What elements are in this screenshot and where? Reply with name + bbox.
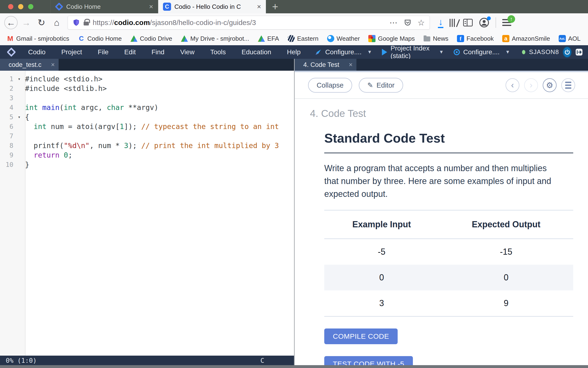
browser-tab-bar: Codio Home × C Codio - Hello Codio in C … [0, 0, 588, 13]
bookmark-item[interactable]: Aol.AOL [559, 35, 581, 42]
menu-education[interactable]: Education [234, 48, 279, 56]
bookmark-item[interactable]: Google Maps [368, 35, 415, 42]
run-target-dropdown[interactable]: Project Index (static) ▼ [382, 45, 444, 60]
code-line[interactable]: 3 [0, 93, 294, 103]
menu-tools[interactable]: Tools [202, 48, 234, 56]
sign-out-icon[interactable] [575, 47, 583, 57]
table-of-contents-button[interactable] [561, 78, 575, 92]
tab-close-icon[interactable]: × [51, 61, 55, 69]
downloads-icon[interactable]: ↓ [438, 17, 443, 28]
language-mode-label: C [260, 357, 264, 364]
weather-icon [327, 35, 334, 42]
guide-toolbar: Collapse ✎Editor ‹ › ⚙ [295, 72, 588, 99]
compile-code-button[interactable]: COMPILE CODE [324, 329, 398, 344]
test-code-button[interactable]: TEST CODE WITH -5 [324, 356, 413, 365]
previous-page-button[interactable]: ‹ [506, 78, 519, 92]
guide-tab-code-test[interactable]: 4. Code Test × [295, 59, 356, 71]
codio-menu-bar: CodioProjectFileEditFindViewToolsEducati… [0, 45, 588, 59]
lock-icon[interactable] [84, 22, 89, 26]
tab-close-icon[interactable]: × [349, 61, 353, 69]
table-header-cell: Expected Output [439, 210, 573, 239]
code-editor[interactable]: 1▾#include <stdio.h>2#include <stdlib.h>… [0, 71, 294, 356]
page-actions-icon[interactable]: ⋯ [389, 18, 398, 27]
code-line[interactable]: 9 return 0; [0, 150, 294, 160]
code-text: #include <stdlib.h> [25, 84, 107, 92]
next-page-button[interactable]: › [524, 78, 538, 92]
code-line[interactable]: 5▾{ [0, 112, 294, 122]
bookmark-item[interactable]: Weather [327, 35, 360, 42]
tracking-protection-shield-icon[interactable] [73, 18, 80, 27]
table-cell: 0 [324, 265, 439, 290]
code-line[interactable]: 10} [0, 160, 294, 169]
account-icon[interactable] [479, 17, 489, 28]
browser-tab-codio-home[interactable]: Codio Home × [50, 0, 158, 13]
bookmark-item[interactable]: MGmail - smjrobotics [7, 35, 69, 42]
menu-edit[interactable]: Edit [116, 48, 143, 56]
code-line[interactable]: 7 [0, 131, 294, 141]
back-button[interactable]: ← [4, 16, 18, 29]
menu-file[interactable]: File [90, 48, 116, 56]
zoom-window-button[interactable] [28, 4, 33, 9]
code-line[interactable]: 4int main(int argc, char **argv) [0, 103, 294, 112]
code-line[interactable]: 8 printf("%d\n", num * 3); // print the … [0, 141, 294, 150]
new-tab-button[interactable]: + [266, 0, 285, 13]
deploy-config-dropdown[interactable]: Configure.... ▼ [315, 48, 372, 56]
tab-close-icon[interactable]: × [257, 3, 261, 11]
menu-view[interactable]: View [172, 48, 202, 56]
menu-codio[interactable]: Codio [20, 48, 53, 56]
url-text[interactable]: https://codio.com/sjason8/hello-codio-in… [93, 18, 256, 27]
collapse-button[interactable]: Collapse [308, 78, 352, 92]
table-cell: -15 [439, 239, 573, 265]
bookmark-item[interactable]: Codio Drive [130, 35, 172, 42]
guide-tab-title: 4. Code Test [303, 61, 339, 69]
settings-gear-icon[interactable]: ⚙ [543, 78, 557, 92]
fold-arrow-icon[interactable]: ▾ [13, 76, 25, 81]
fold-arrow-icon[interactable]: ▾ [13, 114, 25, 120]
url-path: /sjason8/hello-codio-in-c/guides/3 [150, 18, 256, 27]
close-window-button[interactable] [8, 4, 13, 9]
bookmarks-bar-items: MGmail - smjroboticsCCodio HomeCodio Dri… [7, 35, 588, 42]
url-bar[interactable]: https://codio.com/sjason8/hello-codio-in… [68, 16, 430, 29]
menu-help[interactable]: Help [279, 48, 309, 56]
bookmark-star-icon[interactable]: ☆ [418, 18, 425, 27]
table-row: 00 [324, 265, 573, 290]
bookmark-item[interactable]: fFacebook [457, 35, 494, 42]
sidebar-icon[interactable] [463, 19, 473, 27]
editor-tab-code-test[interactable]: code_test.c × [0, 59, 59, 71]
bookmark-item[interactable]: CCodio Home [78, 35, 122, 42]
bookmark-item[interactable]: Eastern [288, 35, 319, 42]
codio-menus: CodioProjectFileEditFindViewToolsEducati… [20, 48, 309, 56]
code-text: int num = atoi(argv[1]); // typecast the… [25, 122, 279, 131]
toolbar-separator [495, 17, 496, 28]
tab-close-icon[interactable]: × [149, 3, 153, 11]
library-icon[interactable] [450, 18, 457, 27]
browser-tab-codio-guide[interactable]: C Codio - Hello Codio in C × [158, 0, 266, 13]
editor-mode-button[interactable]: ✎Editor [359, 78, 403, 92]
menu-project[interactable]: Project [53, 48, 90, 56]
forward-button[interactable]: → [19, 16, 33, 29]
code-line[interactable]: 1▾#include <stdio.h> [0, 74, 294, 83]
reload-button[interactable]: ↻ [35, 16, 48, 29]
bookmark-item[interactable]: News [423, 35, 448, 42]
power-button[interactable] [563, 47, 572, 58]
code-text: int main(int argc, char **argv) [25, 103, 158, 112]
debug-config-dropdown[interactable]: Configure.... ▼ [454, 48, 510, 56]
home-button[interactable]: ⌂ [50, 16, 63, 29]
eastern-icon [288, 35, 295, 42]
drive-icon [258, 36, 265, 42]
play-icon [382, 49, 387, 55]
app-menu-icon[interactable]: ↑ [502, 19, 511, 26]
bookmark-item[interactable]: EFA [258, 35, 279, 42]
code-line[interactable]: 6 int num = atoi(argv[1]); // typecast t… [0, 122, 294, 131]
bookmark-item[interactable]: aAmazonSmile [502, 35, 550, 42]
codio-run-controls: Configure.... ▼ Project Index (static) ▼… [309, 45, 588, 60]
drive-icon [181, 36, 188, 42]
username-label[interactable]: SJASON8 [529, 48, 559, 56]
toolbar-icons: ↓ ↑ [438, 17, 511, 28]
minimize-window-button[interactable] [18, 4, 23, 9]
bookmark-item[interactable]: My Drive - smjrobot... [181, 35, 249, 42]
code-text: return 0; [25, 151, 72, 159]
pocket-icon[interactable] [404, 19, 411, 27]
code-line[interactable]: 2#include <stdlib.h> [0, 83, 294, 93]
menu-find[interactable]: Find [144, 48, 172, 56]
